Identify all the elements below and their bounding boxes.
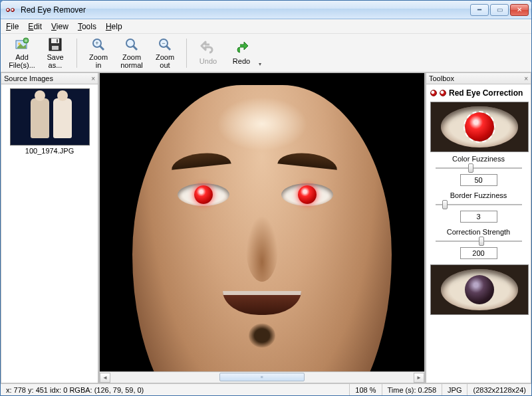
toolbox-panel: Toolbox × Red Eye Correction Color Fuzzi… bbox=[425, 72, 531, 383]
thumbnail-filename: 100_1974.JPG bbox=[4, 147, 95, 155]
toolbar-label: Zoom normal bbox=[120, 54, 143, 69]
red-eye-icon bbox=[430, 90, 437, 96]
status-cursor: x: 778 y: 451 idx: 0 RGBA: (126, 79, 59,… bbox=[1, 384, 349, 395]
zoom-in-button[interactable]: + Zoom in bbox=[82, 35, 114, 71]
panel-title: Toolbox bbox=[429, 74, 454, 82]
toolbar-label: Zoom in bbox=[89, 54, 108, 69]
undo-button[interactable]: Undo bbox=[192, 35, 224, 71]
menu-edit[interactable]: Edit bbox=[28, 22, 42, 31]
svg-line-12 bbox=[133, 46, 137, 50]
red-eye-icon bbox=[440, 90, 446, 96]
toolbar-label: Save as... bbox=[47, 54, 63, 69]
app-icon bbox=[6, 5, 17, 15]
maximize-button[interactable]: ▭ bbox=[490, 4, 509, 16]
source-thumbnail[interactable] bbox=[10, 88, 90, 146]
source-images-list[interactable]: 100_1974.JPG bbox=[1, 84, 98, 383]
menu-tools[interactable]: Tools bbox=[78, 22, 96, 31]
zoom-out-button[interactable]: − Zoom out bbox=[149, 35, 181, 71]
close-icon[interactable]: × bbox=[524, 75, 528, 82]
titlebar[interactable]: Red Eye Remover ━ ▭ ✕ bbox=[1, 1, 531, 19]
border-fuzziness-label: Border Fuzziness bbox=[430, 191, 527, 199]
toolbox-body: Red Eye Correction Color Fuzziness 50 Bo… bbox=[426, 84, 531, 383]
image-canvas[interactable] bbox=[99, 72, 425, 372]
zoom-in-icon: + bbox=[90, 37, 106, 52]
color-fuzziness-input[interactable]: 50 bbox=[460, 174, 497, 186]
statusbar: x: 778 y: 451 idx: 0 RGBA: (126, 79, 59,… bbox=[1, 383, 531, 395]
toolbar-label: Add File(s)... bbox=[9, 54, 35, 69]
correction-strength-slider[interactable] bbox=[436, 237, 522, 246]
redo-icon bbox=[233, 41, 249, 56]
scroll-thumb[interactable]: ≡ bbox=[219, 373, 305, 381]
undo-icon bbox=[200, 41, 216, 56]
tool-title: Red Eye Correction bbox=[449, 88, 523, 98]
svg-line-14 bbox=[166, 46, 170, 50]
close-icon[interactable]: × bbox=[91, 75, 95, 82]
toolbar: + Add File(s)... Save as... + Zoom in Zo… bbox=[1, 34, 531, 72]
svg-rect-6 bbox=[52, 46, 59, 50]
toolbar-overflow[interactable]: ▾ bbox=[259, 35, 265, 71]
preview-before[interactable] bbox=[430, 102, 529, 152]
toolbar-label: Undo bbox=[200, 58, 217, 66]
color-fuzziness-slider[interactable] bbox=[436, 163, 522, 173]
horizontal-scrollbar[interactable]: ◄ ≡ ► bbox=[99, 372, 425, 383]
zoom-out-icon: − bbox=[157, 37, 173, 52]
status-time: Time (s): 0.258 bbox=[382, 384, 442, 395]
scroll-left-button[interactable]: ◄ bbox=[100, 373, 110, 383]
toolbar-label: Zoom out bbox=[156, 54, 174, 69]
minimize-button[interactable]: ━ bbox=[470, 4, 489, 16]
svg-rect-5 bbox=[51, 39, 59, 43]
tool-red-eye-correction[interactable]: Red Eye Correction bbox=[430, 87, 527, 99]
panel-header[interactable]: Source Images × bbox=[1, 72, 98, 84]
svg-text:−: − bbox=[162, 40, 165, 47]
canvas-panel: ◄ ≡ ► bbox=[99, 72, 425, 383]
workspace: Source Images × 100_1974.JPG bbox=[1, 72, 531, 383]
zoom-normal-button[interactable]: Zoom normal bbox=[116, 35, 148, 71]
scroll-right-button[interactable]: ► bbox=[414, 373, 424, 383]
border-fuzziness-slider[interactable] bbox=[436, 200, 522, 209]
toolbar-separator bbox=[76, 39, 77, 68]
svg-text:+: + bbox=[95, 40, 98, 47]
floppy-icon bbox=[47, 37, 63, 52]
border-fuzziness-input[interactable]: 3 bbox=[460, 211, 497, 223]
menubar: File Edit View Tools Help bbox=[1, 19, 531, 34]
preview-after[interactable] bbox=[430, 264, 529, 315]
svg-line-9 bbox=[100, 46, 104, 50]
source-images-panel: Source Images × 100_1974.JPG bbox=[1, 72, 99, 383]
status-zoom: 108 % bbox=[349, 384, 381, 395]
menu-help[interactable]: Help bbox=[106, 22, 122, 31]
toolbar-separator bbox=[186, 39, 187, 68]
close-button[interactable]: ✕ bbox=[510, 4, 529, 16]
svg-rect-7 bbox=[57, 39, 58, 43]
correction-strength-label: Correction Strength bbox=[430, 228, 527, 236]
zoom-normal-icon bbox=[124, 37, 140, 52]
app-window: Red Eye Remover ━ ▭ ✕ File Edit View Too… bbox=[0, 0, 532, 396]
correction-strength-input[interactable]: 200 bbox=[460, 247, 497, 259]
status-dimensions: (2832x2128x24) bbox=[467, 384, 531, 395]
scroll-track[interactable]: ≡ bbox=[110, 373, 414, 383]
window-title: Red Eye Remover bbox=[21, 5, 86, 15]
color-fuzziness-label: Color Fuzziness bbox=[430, 155, 527, 163]
redo-button[interactable]: Redo bbox=[225, 35, 257, 71]
toolbar-label: Redo bbox=[233, 58, 250, 66]
panel-header[interactable]: Toolbox × bbox=[426, 72, 531, 84]
status-format: JPG bbox=[442, 384, 467, 395]
panel-title: Source Images bbox=[4, 74, 53, 82]
svg-text:+: + bbox=[25, 39, 27, 43]
menu-file[interactable]: File bbox=[6, 22, 19, 31]
menu-view[interactable]: View bbox=[51, 22, 68, 31]
add-files-icon: + bbox=[14, 37, 30, 52]
add-files-button[interactable]: + Add File(s)... bbox=[6, 35, 38, 71]
save-as-button[interactable]: Save as... bbox=[39, 35, 71, 71]
